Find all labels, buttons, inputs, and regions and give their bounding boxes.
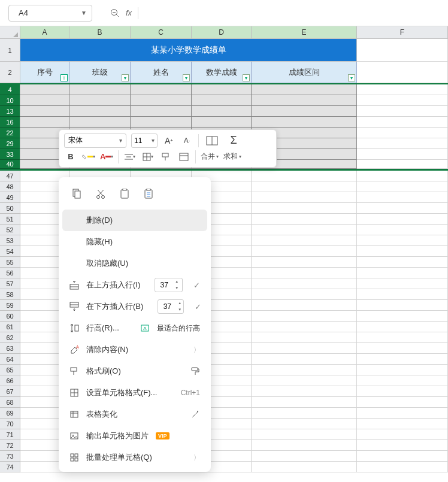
row-header-70[interactable]: 70 — [0, 419, 20, 429]
select-all-corner[interactable] — [0, 26, 20, 38]
ctx-unhide[interactable]: 取消隐藏(U) — [59, 253, 211, 274]
row-header-54[interactable]: 54 — [0, 246, 20, 257]
cell[interactable] — [357, 332, 448, 343]
cell[interactable] — [252, 343, 357, 354]
col-header-e[interactable]: E — [252, 26, 357, 38]
row-header-56[interactable]: 56 — [0, 268, 20, 278]
row-header-4[interactable]: 4 — [0, 84, 20, 95]
cell[interactable] — [252, 225, 357, 235]
cell[interactable] — [357, 429, 448, 440]
cell[interactable] — [252, 311, 357, 322]
row-header-67[interactable]: 67 — [0, 386, 20, 397]
cell[interactable] — [69, 106, 131, 117]
cell[interactable] — [357, 62, 448, 83]
cell[interactable] — [357, 235, 448, 246]
cell[interactable] — [357, 84, 448, 95]
row-header-57[interactable]: 57 — [0, 278, 20, 289]
cell[interactable] — [252, 257, 357, 268]
ctx-delete[interactable]: 删除(D) — [62, 210, 207, 231]
check-icon[interactable]: ✓ — [193, 281, 200, 290]
filter-icon[interactable]: T — [60, 74, 68, 81]
row-header-61[interactable]: 61 — [0, 322, 20, 332]
increase-font-button[interactable]: A+ — [162, 134, 175, 147]
ctx-cell-format[interactable]: 设置单元格格式(F)... Ctrl+1 — [59, 382, 211, 404]
stepper-up-icon[interactable]: ▲ — [173, 278, 180, 285]
cell[interactable] — [357, 289, 448, 300]
cell[interactable] — [357, 311, 448, 322]
row-header-33[interactable]: 33 — [0, 149, 20, 160]
cell[interactable] — [252, 171, 357, 181]
cell[interactable] — [357, 192, 448, 203]
cell[interactable] — [357, 171, 448, 181]
cell[interactable] — [131, 117, 192, 128]
borders-button[interactable]: ▾ — [141, 150, 155, 163]
cell[interactable] — [252, 429, 357, 440]
cell[interactable] — [192, 106, 252, 117]
cell[interactable] — [357, 375, 448, 386]
row-header-69[interactable]: 69 — [0, 408, 20, 419]
cell[interactable] — [357, 160, 448, 169]
row-header-2[interactable]: 2 — [0, 62, 20, 83]
cell[interactable] — [357, 246, 448, 257]
merge-cells-icon[interactable] — [204, 134, 220, 147]
cell[interactable] — [357, 95, 448, 106]
row-header-40[interactable]: 40 — [0, 160, 20, 169]
col-header-a[interactable]: A — [20, 26, 69, 38]
col-header-c[interactable]: C — [131, 26, 192, 38]
row-header-52[interactable]: 52 — [0, 225, 20, 235]
cell[interactable] — [69, 84, 131, 95]
cell[interactable] — [252, 375, 357, 386]
cell[interactable] — [131, 95, 192, 106]
copy-icon[interactable] — [69, 187, 84, 201]
cell[interactable] — [252, 386, 357, 397]
cell[interactable] — [357, 322, 448, 332]
cell[interactable] — [357, 300, 448, 311]
row-header-63[interactable]: 63 — [0, 343, 20, 354]
cell[interactable] — [357, 268, 448, 278]
cell[interactable] — [252, 246, 357, 257]
cell[interactable] — [357, 386, 448, 397]
cell[interactable] — [252, 181, 357, 192]
cell[interactable] — [357, 278, 448, 289]
row-header-22[interactable]: 22 — [0, 128, 20, 138]
row-header-29[interactable]: 29 — [0, 138, 20, 149]
row-header-65[interactable]: 65 — [0, 365, 20, 375]
align-button[interactable]: ▾ — [123, 150, 137, 163]
bold-button[interactable]: B — [64, 150, 77, 163]
col-header-d[interactable]: D — [192, 26, 252, 38]
row-header-72[interactable]: 72 — [0, 440, 20, 451]
cell[interactable] — [192, 84, 252, 95]
row-header-74[interactable]: 74 — [0, 462, 20, 472]
cell[interactable] — [252, 322, 357, 332]
cell[interactable] — [192, 95, 252, 106]
col-header-b[interactable]: B — [69, 26, 131, 38]
cell[interactable] — [252, 192, 357, 203]
row-header-62[interactable]: 62 — [0, 332, 20, 343]
cell[interactable] — [252, 84, 357, 95]
cut-icon[interactable] — [93, 187, 108, 201]
font-color-button[interactable]: A▾ — [100, 150, 113, 163]
paste-special-icon[interactable] — [141, 187, 156, 201]
cell[interactable] — [252, 408, 357, 419]
cell[interactable] — [357, 203, 448, 214]
check-icon[interactable]: ✓ — [195, 302, 201, 311]
cell[interactable] — [357, 451, 448, 462]
paste-icon[interactable] — [117, 187, 132, 201]
col-header-f[interactable]: F — [357, 26, 448, 38]
cell[interactable] — [252, 214, 357, 225]
row-header-64[interactable]: 64 — [0, 354, 20, 365]
row-header-51[interactable]: 51 — [0, 214, 20, 225]
cell[interactable] — [357, 462, 448, 472]
cell[interactable] — [192, 117, 252, 128]
cell[interactable] — [357, 138, 448, 149]
header-cell-class[interactable]: 班级▾ — [69, 62, 131, 83]
cell[interactable] — [252, 95, 357, 106]
cell[interactable] — [252, 268, 357, 278]
merge-button[interactable]: 合并▾ — [201, 151, 219, 162]
filter-icon[interactable]: ▾ — [243, 74, 250, 81]
row-header-55[interactable]: 55 — [0, 257, 20, 268]
font-family-select[interactable]: 宋体▾ — [64, 134, 126, 148]
row-header-53[interactable]: 53 — [0, 235, 20, 246]
ctx-format-painter[interactable]: 格式刷(O) — [59, 360, 211, 382]
row-header-60[interactable]: 60 — [0, 311, 20, 322]
